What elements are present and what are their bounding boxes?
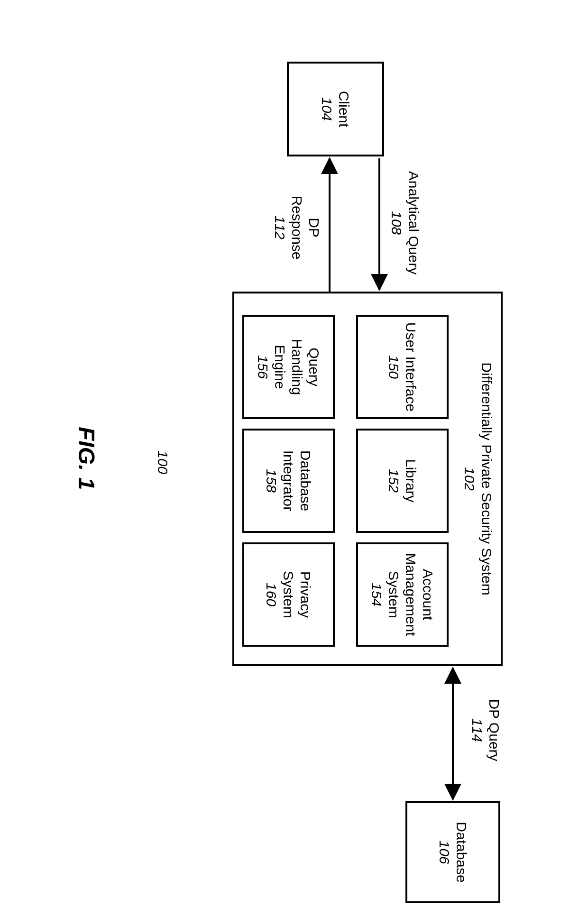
- priv-label2: System: [280, 571, 297, 618]
- client-ref: 104: [319, 97, 336, 121]
- dpss-label: Differentially Private Security System: [479, 362, 495, 595]
- database-label: Database: [453, 822, 470, 882]
- lib-label: Library: [403, 459, 420, 503]
- client-label: Client: [336, 91, 353, 128]
- ui-label: User Interface: [403, 322, 420, 412]
- dp-query-label: DP Query 114: [469, 683, 503, 778]
- database-integrator-block: Database Integrator 158: [242, 429, 335, 533]
- dpss-block: Differentially Private Security System 1…: [232, 292, 503, 666]
- acct-label2: Management: [403, 553, 420, 636]
- lib-ref: 152: [386, 469, 403, 493]
- database-block: Database 106: [405, 801, 500, 903]
- dbi-label1: Database: [297, 450, 314, 511]
- qhe-label2: Handling: [289, 339, 306, 395]
- system-ref: 100: [155, 450, 171, 474]
- dbi-ref: 158: [263, 469, 280, 493]
- priv-ref: 160: [263, 583, 280, 606]
- account-management-block: Account Management System 154: [356, 542, 449, 647]
- dp-response-ref: 112: [272, 216, 288, 239]
- dp-response-label: DP Response 112: [271, 185, 322, 270]
- acct-ref: 154: [368, 583, 386, 606]
- user-interface-block: User Interface 150: [356, 315, 449, 419]
- diagram-canvas: Client 104 Differentially Private Securi…: [0, 0, 588, 916]
- qhe-label3: Engine: [272, 345, 289, 389]
- analytical-query-ref: 108: [389, 211, 404, 235]
- qhe-label1: Query: [306, 348, 323, 386]
- library-block: Library 152: [356, 429, 449, 533]
- database-ref: 106: [436, 840, 453, 864]
- priv-label1: Privacy: [297, 571, 314, 618]
- privacy-system-block: Privacy System 160: [242, 542, 335, 647]
- query-handling-engine-block: Query Handling Engine 156: [242, 315, 335, 419]
- qhe-ref: 156: [255, 355, 272, 379]
- client-block: Client 104: [287, 62, 384, 156]
- analytical-query-label: Analytical Query 108: [388, 156, 422, 289]
- dpss-title-wrap: Differentially Private Security System 1…: [461, 293, 495, 664]
- acct-label1: Account: [420, 569, 437, 620]
- dp-query-ref: 114: [469, 718, 485, 742]
- acct-label3: System: [386, 571, 403, 618]
- dbi-label2: Integrator: [280, 450, 297, 511]
- ui-ref: 150: [386, 355, 403, 379]
- dpss-ref: 102: [462, 467, 478, 491]
- figure-title: FIG. 1: [74, 427, 100, 490]
